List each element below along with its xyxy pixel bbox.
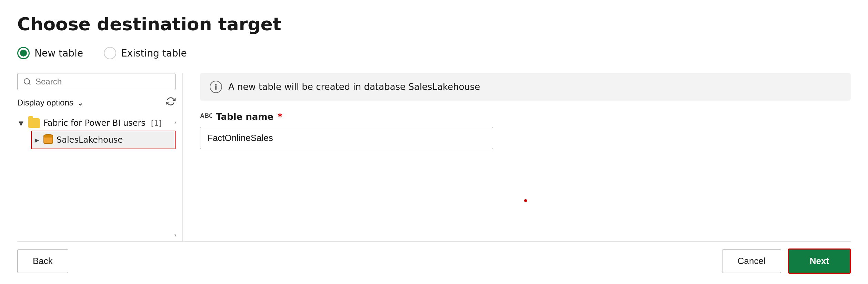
- existing-table-label: Existing table: [121, 48, 187, 59]
- display-options-button[interactable]: Display options ⌄: [17, 98, 84, 108]
- sales-lakehouse-item[interactable]: ▶ SalesLakehouse: [31, 131, 176, 149]
- tree-scrollbar[interactable]: ▲ ▼: [175, 115, 176, 241]
- db-icon-body: [43, 138, 53, 144]
- right-panel: i A new table will be created in databas…: [183, 73, 851, 241]
- folder-icon: [28, 118, 40, 128]
- refresh-icon: [166, 97, 176, 106]
- search-box[interactable]: [17, 73, 176, 90]
- next-button[interactable]: Next: [788, 248, 851, 274]
- existing-table-option[interactable]: Existing table: [104, 47, 187, 59]
- radio-group: New table Existing table: [17, 47, 851, 59]
- table-name-input[interactable]: [200, 127, 493, 149]
- svg-line-1: [29, 83, 30, 85]
- back-button[interactable]: Back: [17, 249, 68, 273]
- collapse-icon[interactable]: ▼: [17, 119, 25, 127]
- svg-point-0: [24, 79, 30, 84]
- chevron-down-icon: ⌄: [77, 98, 84, 108]
- footer-right: Cancel Next: [722, 248, 851, 274]
- table-name-section: ABC Table name *: [200, 111, 851, 149]
- display-options-label: Display options: [17, 98, 73, 108]
- cancel-button[interactable]: Cancel: [722, 249, 781, 273]
- new-table-label: New table: [34, 48, 83, 59]
- new-table-radio[interactable]: [17, 47, 30, 59]
- folder-name: Fabric for Power BI users: [43, 118, 146, 128]
- new-table-option[interactable]: New table: [17, 47, 83, 59]
- database-icon: [43, 134, 53, 146]
- abc-icon: ABC: [200, 111, 212, 123]
- scroll-up-arrow[interactable]: ▲: [174, 117, 176, 124]
- footer: Back Cancel Next: [17, 241, 851, 274]
- dialog-title: Choose destination target: [17, 14, 851, 34]
- folder-item[interactable]: ▼ Fabric for Power BI users [1]: [17, 115, 176, 131]
- info-text: A new table will be created in database …: [228, 82, 480, 92]
- main-content: Display options ⌄ ▼ Fabric for: [17, 73, 851, 241]
- info-banner: i A new table will be created in databas…: [200, 73, 851, 101]
- display-options-row: Display options ⌄: [17, 97, 176, 109]
- dialog-container: Choose destination target New table Exis…: [0, 0, 868, 284]
- refresh-button[interactable]: [166, 97, 176, 109]
- tree-container: ▼ Fabric for Power BI users [1] ▶ SalesL…: [17, 115, 176, 241]
- text-type-icon: ABC: [200, 111, 212, 121]
- content-area: [200, 160, 851, 241]
- child-name: SalesLakehouse: [57, 135, 123, 145]
- search-icon: [23, 78, 31, 86]
- search-input[interactable]: [36, 77, 170, 87]
- left-panel: Display options ⌄ ▼ Fabric for: [17, 73, 183, 241]
- info-icon: i: [210, 81, 222, 93]
- expand-icon[interactable]: ▶: [34, 137, 40, 143]
- table-name-label-row: ABC Table name *: [200, 111, 851, 123]
- folder-count: [1]: [151, 119, 162, 128]
- table-name-field-label: Table name: [216, 112, 273, 122]
- status-dot: [524, 199, 527, 202]
- scroll-down-arrow[interactable]: ▼: [174, 233, 176, 240]
- svg-text:ABC: ABC: [200, 112, 212, 119]
- existing-table-radio[interactable]: [104, 47, 116, 59]
- required-indicator: *: [278, 112, 282, 122]
- db-icon-top: [43, 134, 53, 138]
